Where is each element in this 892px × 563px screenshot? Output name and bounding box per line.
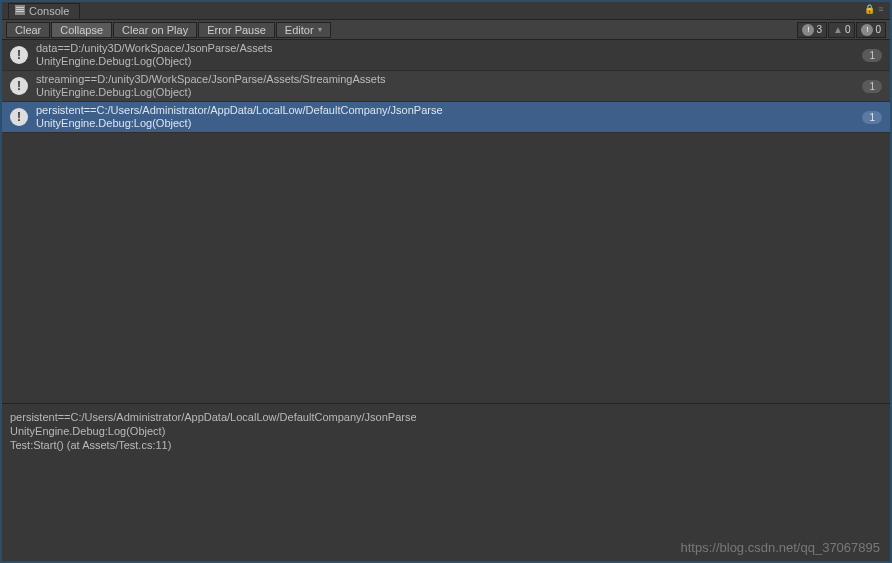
detail-line: UnityEngine.Debug:Log(Object) bbox=[10, 424, 882, 438]
console-window: Console 🔒 ≡ Clear Collapse Clear on Play… bbox=[0, 0, 892, 563]
log-text: data==D:/unity3D/WorkSpace/JsonParse/Ass… bbox=[36, 42, 854, 68]
svg-rect-2 bbox=[16, 9, 24, 10]
console-tab-icon bbox=[15, 5, 25, 17]
clear-button[interactable]: Clear bbox=[6, 22, 50, 38]
log-count-badge: 1 bbox=[862, 111, 882, 124]
info-count: 3 bbox=[816, 24, 822, 35]
menu-icon[interactable]: ≡ bbox=[876, 4, 886, 14]
console-tab[interactable]: Console bbox=[8, 3, 80, 19]
collapse-button[interactable]: Collapse bbox=[51, 22, 112, 38]
svg-rect-3 bbox=[16, 11, 24, 12]
log-list: !data==D:/unity3D/WorkSpace/JsonParse/As… bbox=[2, 40, 890, 403]
log-entry[interactable]: !data==D:/unity3D/WorkSpace/JsonParse/As… bbox=[2, 40, 890, 71]
toolbar: Clear Collapse Clear on Play Error Pause… bbox=[2, 20, 890, 40]
info-icon: ! bbox=[802, 24, 814, 36]
error-icon: ! bbox=[861, 24, 873, 36]
clear-on-play-button[interactable]: Clear on Play bbox=[113, 22, 197, 38]
window-controls: 🔒 ≡ bbox=[864, 4, 886, 14]
detail-line: persistent==C:/Users/Administrator/AppDa… bbox=[10, 410, 882, 424]
detail-line: Test:Start() (at Assets/Test.cs:11) bbox=[10, 438, 882, 452]
svg-rect-1 bbox=[16, 7, 24, 8]
lock-icon[interactable]: 🔒 bbox=[864, 4, 874, 14]
log-count-badge: 1 bbox=[862, 49, 882, 62]
log-info-icon: ! bbox=[10, 46, 28, 64]
console-tab-label: Console bbox=[29, 5, 69, 17]
log-entry[interactable]: !streaming==D:/unity3D/WorkSpace/JsonPar… bbox=[2, 71, 890, 102]
error-count: 0 bbox=[875, 24, 881, 35]
log-count-badge: 1 bbox=[862, 80, 882, 93]
error-toggle[interactable]: ! 0 bbox=[856, 22, 886, 38]
warn-toggle[interactable]: ▲ 0 bbox=[828, 22, 855, 38]
info-toggle[interactable]: ! 3 bbox=[797, 22, 827, 38]
log-info-icon: ! bbox=[10, 77, 28, 95]
log-text: streaming==D:/unity3D/WorkSpace/JsonPars… bbox=[36, 73, 854, 99]
warn-icon: ▲ bbox=[833, 24, 843, 35]
log-text: persistent==C:/Users/Administrator/AppDa… bbox=[36, 104, 854, 130]
editor-dropdown[interactable]: Editor bbox=[276, 22, 331, 38]
warn-count: 0 bbox=[845, 24, 851, 35]
detail-panel: persistent==C:/Users/Administrator/AppDa… bbox=[2, 403, 890, 561]
titlebar: Console 🔒 ≡ bbox=[2, 2, 890, 20]
error-pause-button[interactable]: Error Pause bbox=[198, 22, 275, 38]
watermark: https://blog.csdn.net/qq_37067895 bbox=[681, 541, 881, 555]
log-info-icon: ! bbox=[10, 108, 28, 126]
log-entry[interactable]: !persistent==C:/Users/Administrator/AppD… bbox=[2, 102, 890, 133]
